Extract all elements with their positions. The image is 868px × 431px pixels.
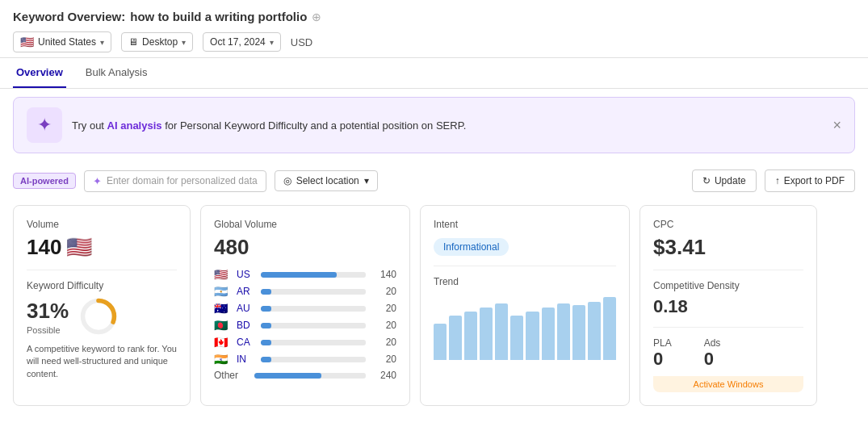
keyword-text: how to build a writing portfolio	[130, 10, 307, 23]
flag-in-icon: 🇮🇳	[214, 353, 230, 366]
intent-section: Intent Informational	[434, 219, 616, 256]
global-volume-label: Global Volume	[214, 219, 396, 230]
pla-value: 0	[653, 349, 672, 370]
bar-ar	[261, 289, 366, 295]
trend-bar-9	[557, 303, 570, 360]
bar-bd	[261, 323, 366, 328]
flag-bd-icon: 🇧🇩	[214, 319, 230, 332]
domain-placeholder-text: Enter domain for personalized data	[107, 175, 258, 186]
ai-analysis-link[interactable]: AI analysis	[107, 119, 162, 132]
kd-sub-label: Possible	[27, 325, 69, 335]
intent-trend-card: Intent Informational Trend	[420, 205, 630, 406]
tab-overview[interactable]: Overview	[13, 58, 66, 88]
trend-bar-8	[542, 308, 555, 360]
country-row-ca: 🇨🇦 CA 20	[214, 336, 396, 349]
country-code-in: IN	[237, 354, 254, 365]
banner-text-after: for Personal Keyword Difficulty and a po…	[162, 119, 467, 132]
date-label: Oct 17, 2024	[210, 36, 266, 48]
flag-us-icon: 🇺🇸	[214, 268, 230, 281]
toolbar-right: ↻ Update ↑ Export to PDF	[692, 169, 855, 192]
country-val-ca: 20	[372, 337, 396, 348]
bar-us	[261, 272, 366, 278]
country-val-us: 140	[372, 269, 396, 280]
ads-label: Ads	[704, 337, 721, 349]
ads-item: Ads 0	[704, 337, 721, 370]
global-volume-value: 480	[214, 235, 396, 260]
intent-badge: Informational	[434, 238, 509, 256]
currency-label: USD	[291, 36, 312, 48]
export-button[interactable]: ↑ Export to PDF	[765, 169, 855, 192]
country-val-bd: 20	[372, 320, 396, 331]
cpc-value: $3.41	[653, 235, 803, 260]
location-chevron-icon: ▾	[100, 38, 104, 47]
global-volume-card: Global Volume 480 🇺🇸 US 140 🇦🇷 AR 20 🇦🇺 …	[200, 205, 410, 406]
cpc-label: CPC	[653, 219, 803, 230]
country-row-ar: 🇦🇷 AR 20	[214, 285, 396, 298]
country-code-bd: BD	[237, 320, 254, 331]
bar-other	[254, 373, 366, 379]
trend-bar-7	[526, 312, 539, 360]
location-select[interactable]: ◎ Select location ▾	[275, 170, 378, 191]
country-row-us: 🇺🇸 US 140	[214, 268, 396, 281]
flag-ar-icon: 🇦🇷	[214, 285, 230, 298]
pla-ads-row: PLA 0 Ads 0	[653, 337, 803, 370]
page-title-label: Keyword Overview:	[13, 10, 125, 23]
close-icon[interactable]: ×	[832, 117, 841, 134]
toolbar: AI-powered ✦ Enter domain for personaliz…	[0, 161, 868, 200]
flag-ca-icon: 🇨🇦	[214, 336, 230, 349]
pla-item: PLA 0	[653, 337, 672, 370]
location-label: United States	[38, 36, 96, 48]
pla-label: PLA	[653, 337, 672, 349]
country-row-au: 🇦🇺 AU 20	[214, 302, 396, 315]
domain-input[interactable]: ✦ Enter domain for personalized data	[84, 170, 266, 192]
ai-banner-text: Try out AI analysis for Personal Keyword…	[72, 119, 823, 132]
country-code-au: AU	[237, 303, 254, 314]
tab-bar: Overview Bulk Analysis	[0, 58, 868, 89]
kd-description: A competitive keyword to rank for. You w…	[27, 343, 177, 380]
trend-bar-11	[588, 302, 601, 360]
cd-value: 0.18	[653, 296, 803, 317]
volume-card: Volume 140 🇺🇸 Keyword Difficulty 31% Pos…	[13, 205, 191, 406]
device-chevron-icon: ▾	[182, 38, 186, 47]
activate-windows-bar: Activate Windows	[653, 376, 803, 392]
country-val-in: 20	[372, 354, 396, 365]
export-icon: ↑	[775, 175, 780, 186]
country-val-au: 20	[372, 303, 396, 314]
trend-bar-1	[434, 324, 447, 360]
country-list: 🇺🇸 US 140 🇦🇷 AR 20 🇦🇺 AU 20 🇧🇩 BD	[214, 268, 396, 381]
update-button[interactable]: ↻ Update	[692, 169, 757, 192]
location-pin-icon: ◎	[283, 175, 291, 186]
kd-label: Keyword Difficulty	[27, 280, 177, 291]
add-icon[interactable]: ⊕	[312, 10, 321, 23]
device-selector[interactable]: 🖥 Desktop ▾	[121, 32, 193, 52]
header-title-row: Keyword Overview: how to build a writing…	[13, 10, 855, 23]
cards-row: Volume 140 🇺🇸 Keyword Difficulty 31% Pos…	[0, 205, 868, 406]
trend-bar-6	[510, 316, 523, 360]
flag-au-icon: 🇦🇺	[214, 302, 230, 315]
kd-value: 31%	[27, 299, 69, 324]
banner-text-before: Try out	[72, 119, 107, 132]
trend-section: Trend	[434, 276, 616, 360]
sparkle-icon: ✦	[37, 115, 52, 136]
cpc-card: CPC $3.41 Competitive Density 0.18 PLA 0…	[639, 205, 817, 406]
kd-value-block: 31% Possible	[27, 299, 69, 335]
us-flag-icon: 🇺🇸	[20, 36, 34, 48]
ai-banner-icon: ✦	[27, 107, 62, 143]
date-chevron-icon: ▾	[270, 38, 274, 47]
location-selector[interactable]: 🇺🇸 United States ▾	[13, 31, 111, 52]
device-label: Desktop	[142, 36, 178, 48]
kd-donut-chart	[78, 296, 119, 337]
country-row-in: 🇮🇳 IN 20	[214, 353, 396, 366]
header-controls: 🇺🇸 United States ▾ 🖥 Desktop ▾ Oct 17, 2…	[13, 31, 855, 52]
country-code-ca: CA	[237, 337, 254, 348]
country-code-ar: AR	[237, 286, 254, 297]
date-selector[interactable]: Oct 17, 2024 ▾	[203, 32, 281, 52]
tab-bulk-analysis[interactable]: Bulk Analysis	[82, 58, 151, 88]
trend-bar-12	[603, 297, 616, 360]
country-row-bd: 🇧🇩 BD 20	[214, 319, 396, 332]
bar-in	[261, 357, 366, 362]
location-select-label: Select location	[296, 175, 359, 186]
trend-bar-3	[464, 312, 477, 360]
volume-label: Volume	[27, 219, 177, 230]
desktop-icon: 🖥	[128, 36, 138, 48]
